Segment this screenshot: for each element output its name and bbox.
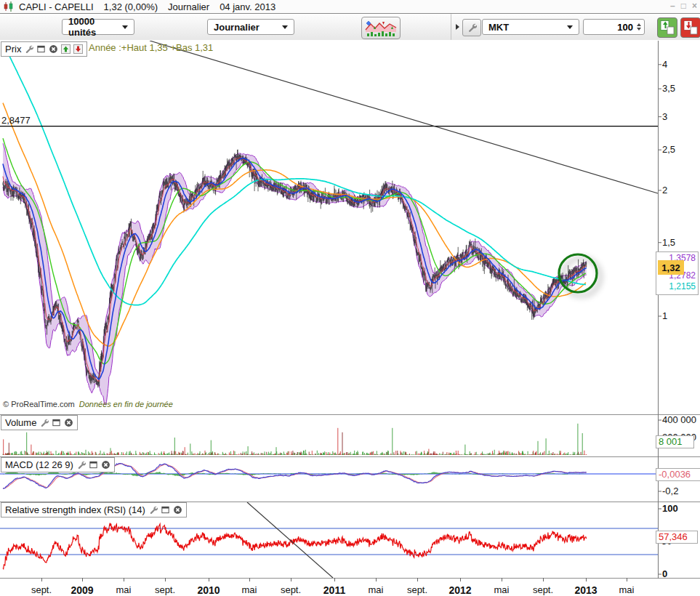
last-price-label: 1,32 [658,260,684,275]
application-window: CAPLI - CAPELLI 1,32 (0,00%) Journalier … [0,0,700,596]
time-tick [209,578,209,581]
price-tick-label: 3,5 [662,83,675,94]
title-bar: CAPLI - CAPELLI 1,32 (0,00%) Journalier … [0,0,700,14]
chart-style-icon [365,20,397,37]
wrench-icon[interactable] [24,44,33,54]
main-toolbar: 10000 unités Journalier MKT 100 [0,14,700,41]
time-axis-label: sept. [533,584,553,595]
date-title: 04 janv. 2013 [220,1,275,12]
price-tick-label: 2 [662,185,667,196]
arrow-down-icon[interactable] [73,44,83,54]
time-axis-label: mai [242,584,257,595]
time-tick [586,578,587,581]
time-axis-label: 2009 [71,584,93,596]
close-icon[interactable] [49,44,58,54]
rsi-last-value-label: 57,346 [656,531,698,544]
price-tick-label: 4 [662,59,667,70]
time-tick [502,578,502,581]
collapse-arrow-icon[interactable] [456,24,459,30]
price-tick-label: 2,5 [662,144,675,155]
maximize-button[interactable]: □ [681,0,686,12]
time-axis-label: sept. [407,584,427,595]
time-tick [627,578,627,581]
wrench-icon [467,23,477,33]
detach-window-icon[interactable] [89,460,98,470]
macd-panel-title: MACD (12 26 9) [5,459,73,470]
time-axis-label: 2011 [323,584,345,596]
time-axis-label: mai [619,584,635,595]
volume-tick-label: 400 000 [662,414,696,425]
sell-order-button[interactable] [680,17,700,38]
order-settings-button[interactable] [462,19,481,36]
time-tick [249,578,250,581]
volume-panel-title: Volume [5,417,36,428]
time-axis-label: mai [116,584,132,595]
buy-order-button[interactable] [657,17,677,38]
price-tick-label: 1 [662,310,667,321]
price-panel-header: Prix [1,41,87,57]
symbol-title: CAPLI - CAPELLI [19,1,94,12]
sell-order-icon [683,20,699,36]
time-axis-label: 2010 [197,584,220,596]
close-icon[interactable] [101,460,110,470]
price-panel-title: Prix [5,44,21,55]
volume-last-value-label: 8 001 [656,435,694,448]
time-tick [165,578,166,581]
timeframe-dropdown[interactable]: Journalier [207,19,294,35]
arrow-up-icon[interactable] [61,44,71,54]
time-tick [334,578,335,581]
detach-window-icon[interactable] [36,44,46,54]
volume-chart[interactable] [0,414,700,456]
price-last-values-box: 1,3578 1,32 1,2782 1,2155 [656,251,699,295]
price-chart[interactable] [0,41,700,414]
time-axis-label: sept. [281,584,301,595]
buy-order-icon [659,20,675,36]
time-axis-label: 2013 [574,584,597,596]
ma-cyan-label: 1,2155 [669,281,696,291]
volume-panel-header: Volume [1,415,78,430]
detach-window-icon[interactable] [52,418,61,427]
price-tick-label: 3 [662,111,667,122]
time-axis-label: 2012 [448,584,471,596]
time-tick [543,578,544,581]
year-high-low-annotation: Année :+Haut 1,35 +Bas 1,31 [89,42,213,53]
time-axis-label: sept. [155,584,175,595]
time-tick [124,578,124,581]
time-tick [417,578,418,581]
close-icon[interactable] [173,505,182,515]
chevron-down-icon [282,25,288,29]
close-button[interactable]: × [692,0,697,12]
candlestick-icon [3,1,15,12]
minimize-button[interactable]: – [670,0,675,12]
stepper-arrows-icon[interactable] [637,23,641,31]
order-type-dropdown[interactable]: MKT [482,19,579,35]
rsi-panel-header: Relative strength index (RSI) (14) [1,502,187,518]
rsi-tick-label: 100 [662,503,678,514]
time-axis-label: mai [494,584,510,595]
detach-window-icon[interactable] [161,505,170,515]
quantity-stepper[interactable]: 100 [583,19,645,35]
chevron-down-icon [567,25,573,29]
panel-divider [0,578,700,579]
wrench-icon[interactable] [39,418,49,427]
wrench-icon[interactable] [148,505,158,515]
rsi-tick-label: 0 [662,568,667,579]
copyright-note: © ProRealTime.comDonnées en fin de journ… [3,400,173,408]
time-axis-label: mai [369,584,384,595]
rsi-panel-title: Relative strength index (RSI) (14) [5,504,145,515]
macd-last-value-label: -0,0036 [656,468,700,481]
time-tick [82,578,83,581]
chart-style-button[interactable] [361,17,401,39]
wrench-icon[interactable] [76,460,86,470]
time-tick [460,578,461,581]
timeframe-title: Journalier [168,1,209,12]
trading-group-border [451,14,451,40]
units-dropdown[interactable]: 10000 unités [62,19,134,35]
last-price-title: 1,32 (0,00%) [104,1,158,12]
close-icon[interactable] [64,418,73,427]
panel-divider [0,414,700,415]
quantity-value: 100 [590,22,633,33]
time-axis-label: sept. [31,584,52,595]
price-tick-label: 1,5 [662,237,675,248]
macd-panel-header: MACD (12 26 9) [1,457,115,472]
